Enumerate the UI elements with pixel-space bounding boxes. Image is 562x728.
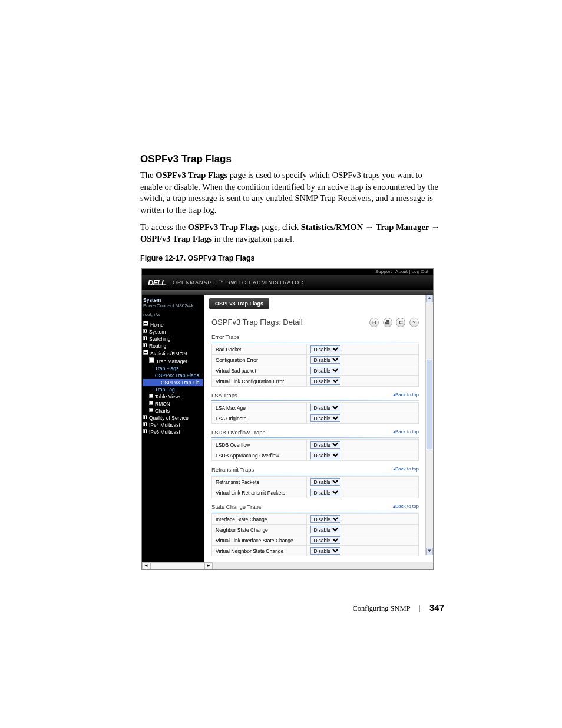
divider (211, 512, 419, 512)
nav-item[interactable]: System (143, 328, 203, 335)
group-header: State Change TrapsBack to top (204, 502, 426, 511)
text: page, click (260, 222, 301, 232)
settings-table: Bad PacketDisableConfiguration ErrorDisa… (211, 344, 419, 387)
back-to-top-link[interactable]: Back to top (393, 429, 419, 436)
nav-item[interactable]: OSPFv2 Trap Flags (143, 372, 203, 379)
scroll-left-arrow[interactable]: ◄ (142, 562, 150, 569)
nav-system: System (143, 297, 203, 303)
settings-table: Interface State ChangeDisableNeighbor St… (211, 513, 419, 556)
setting-label: Virtual Neighbor State Change (212, 546, 307, 556)
toolbar-icons: H 🖶 C ? (368, 317, 419, 327)
group-title: LSA Traps (211, 392, 237, 398)
figure-caption: Figure 12-17. OSPFv3 Trap Flags (140, 254, 444, 262)
dell-logo: DELL (148, 278, 166, 287)
setting-label: Interface State Change (212, 514, 307, 525)
enable-disable-select[interactable]: Disable (310, 356, 340, 364)
bold-term: OSPFv3 Trap Flags (188, 222, 260, 232)
nav-item[interactable]: Home (143, 321, 203, 328)
setting-value-cell: Disable (307, 413, 419, 424)
nav-item[interactable]: Routing (143, 342, 203, 350)
enable-disable-select[interactable]: Disable (310, 489, 340, 496)
enable-disable-select[interactable]: Disable (310, 478, 340, 486)
nav-item[interactable]: IPv4 Multicast (143, 421, 203, 429)
bold-term: OSPFv3 Trap Flags (156, 170, 227, 180)
manual-page: OSPFv3 Trap Flags The OSPFv3 Trap Flags … (0, 0, 562, 728)
scroll-down-arrow[interactable]: ▼ (426, 548, 433, 555)
table-row: Virtual Link Retransmit PacketsDisable (212, 487, 419, 498)
text: The (140, 170, 156, 180)
table-row: Neighbor State ChangeDisable (212, 525, 419, 535)
setting-value-cell: Disable (307, 344, 419, 355)
setting-value-cell: Disable (307, 535, 419, 546)
brand-bar: DELL OPENMANAGE ™ SWITCH ADMINISTRATOR (142, 275, 433, 290)
table-row: Interface State ChangeDisable (212, 514, 419, 525)
nav-item[interactable]: IPv6 Multicast (143, 429, 203, 436)
back-to-top-link[interactable]: Back to top (393, 466, 419, 473)
group-header: LSA TrapsBack to top (204, 390, 426, 400)
nav-item[interactable]: Trap Flags (143, 365, 203, 372)
setting-label: Neighbor State Change (212, 525, 307, 535)
save-icon[interactable]: H (369, 318, 379, 327)
nav-item[interactable]: Charts (143, 407, 203, 414)
settings-table: Retransmit PacketsDisableVirtual Link Re… (211, 476, 419, 498)
enable-disable-select[interactable]: Disable (310, 367, 340, 374)
enable-disable-select[interactable]: Disable (310, 515, 340, 523)
nav-tree[interactable]: System PowerConnect M8024-k root, r/w Ho… (142, 295, 204, 562)
group-header: Error Traps (204, 332, 426, 341)
back-to-top-link[interactable]: Back to top (393, 392, 419, 398)
footer-separator: | (419, 604, 421, 612)
scroll-right-arrow[interactable]: ► (204, 562, 213, 569)
enable-disable-select[interactable]: Disable (310, 526, 340, 533)
help-icon[interactable]: ? (409, 318, 419, 327)
horizontal-scrollbar[interactable]: ◄ ► (142, 562, 433, 569)
table-row: Bad PacketDisable (212, 344, 419, 355)
setting-value-cell: Disable (307, 546, 419, 556)
print-icon[interactable]: 🖶 (383, 318, 392, 327)
scroll-thumb[interactable] (427, 360, 432, 449)
nav-item[interactable]: Statistics/RMON (143, 350, 203, 357)
nav-item[interactable]: Quality of Service (143, 414, 203, 421)
setting-label: LSA Max Age (212, 403, 307, 413)
enable-disable-select[interactable]: Disable (310, 404, 340, 411)
arrow: → (363, 222, 376, 232)
nav-item[interactable]: Switching (143, 335, 203, 342)
nav-device: PowerConnect M8024-k (143, 303, 203, 308)
setting-value-cell: Disable (307, 355, 419, 365)
nav-item[interactable]: Table Views (143, 393, 203, 400)
refresh-icon[interactable]: C (396, 318, 405, 327)
enable-disable-select[interactable]: Disable (310, 441, 340, 449)
vertical-scrollbar[interactable]: ▲ ▼ (425, 295, 433, 555)
nav-item[interactable]: Trap Manager (143, 357, 203, 365)
back-to-top-link[interactable]: Back to top (393, 503, 419, 510)
enable-disable-select[interactable]: Disable (310, 377, 340, 385)
top-links[interactable]: Support | About | Log Out (142, 269, 433, 275)
table-row: LSA OriginateDisable (212, 413, 419, 424)
settings-table: LSA Max AgeDisableLSA OriginateDisable (211, 402, 419, 424)
sub-bar (142, 290, 433, 295)
nav-user: root, r/w (143, 312, 203, 317)
group-title: Retransmit Traps (211, 466, 254, 473)
enable-disable-select[interactable]: Disable (310, 414, 340, 422)
scroll-up-arrow[interactable]: ▲ (426, 295, 433, 302)
settings-table: LSDB OverflowDisableLSDB Approaching Ove… (211, 439, 419, 461)
table-row: LSA Max AgeDisable (212, 403, 419, 413)
enable-disable-select[interactable]: Disable (310, 345, 340, 353)
nav-item[interactable]: OSPFv3 Trap Fla (143, 379, 203, 386)
table-row: Virtual Bad packetDisable (212, 365, 419, 376)
scroll-track[interactable] (150, 562, 204, 569)
group-title: LSDB Overflow Traps (211, 429, 265, 436)
setting-value-cell: Disable (307, 450, 419, 461)
content-pane: OSPFv3 Trap Flags OSPFv3 Trap Flags: Det… (204, 295, 433, 562)
detail-title: OSPFv3 Trap Flags: Detail (211, 318, 303, 327)
nav-item[interactable]: Trap Log (143, 386, 203, 393)
setting-value-cell: Disable (307, 477, 419, 487)
content-tab[interactable]: OSPFv3 Trap Flags (209, 298, 269, 309)
section-heading: OSPFv3 Trap Flags (140, 153, 444, 165)
enable-disable-select[interactable]: Disable (310, 547, 340, 555)
enable-disable-select[interactable]: Disable (310, 452, 340, 459)
page-footer: Configuring SNMP | 347 (352, 602, 444, 613)
nav-item[interactable]: RMON (143, 400, 203, 407)
setting-label: Virtual Link Configuration Error (212, 376, 307, 387)
setting-label: LSA Originate (212, 413, 307, 424)
enable-disable-select[interactable]: Disable (310, 536, 340, 544)
